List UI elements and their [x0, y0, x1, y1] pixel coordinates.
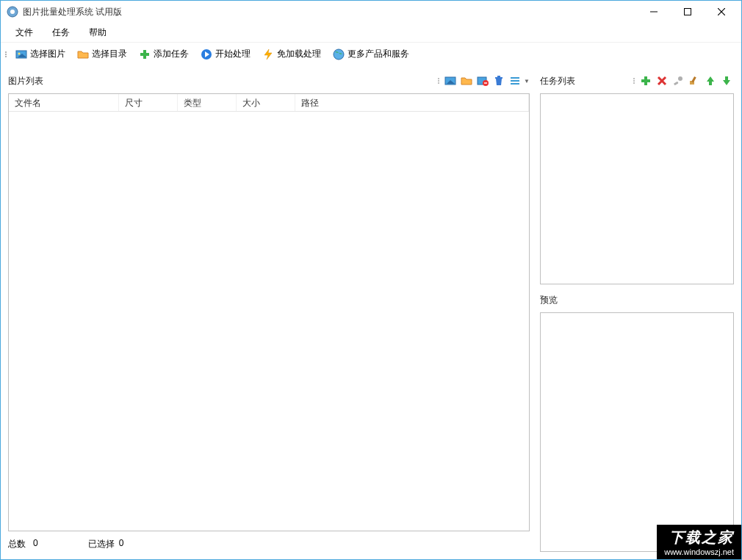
task-moveup-icon[interactable] — [703, 73, 718, 88]
task-list-header: 任务列表 — [540, 73, 734, 89]
lightning-icon — [262, 49, 274, 60]
plus-icon — [139, 49, 151, 60]
menu-help[interactable]: 帮助 — [80, 24, 115, 42]
selected-value: 0 — [119, 538, 124, 550]
svg-point-7 — [18, 52, 21, 54]
task-grip — [633, 74, 637, 87]
task-delete-icon[interactable] — [655, 73, 669, 88]
add-task-button[interactable]: 添加任务 — [133, 46, 195, 62]
add-folder-icon[interactable] — [459, 73, 474, 88]
close-button[interactable] — [705, 1, 738, 22]
svg-rect-23 — [511, 80, 519, 82]
remove-image-icon[interactable] — [475, 73, 490, 88]
status-total: 总数 0 — [8, 538, 38, 550]
list-columns-header: 文件名 尺寸 类型 大小 路径 — [9, 94, 529, 112]
globe-icon — [333, 49, 345, 60]
status-selected: 已选择 0 — [88, 538, 124, 550]
add-image-icon[interactable] — [443, 73, 458, 88]
menu-file[interactable]: 文件 — [7, 24, 42, 42]
play-icon — [201, 49, 212, 60]
svg-rect-29 — [674, 82, 679, 86]
select-image-label: 选择图片 — [30, 48, 65, 60]
noload-process-button[interactable]: 免加载处理 — [256, 46, 327, 62]
start-process-button[interactable]: 开始处理 — [195, 46, 256, 62]
task-list-box[interactable] — [540, 93, 734, 284]
svg-rect-32 — [691, 76, 696, 82]
total-label: 总数 — [8, 538, 29, 550]
task-settings-icon[interactable] — [671, 73, 685, 88]
image-list-pane: 图片列表 ▼ 文件名 尺寸 类型 大小 路径 — [4, 68, 534, 556]
more-products-button[interactable]: 更多产品和服务 — [327, 46, 415, 62]
list-body — [9, 112, 529, 531]
window-title: 图片批量处理系统 试用版 — [23, 6, 637, 18]
main-toolbar: 选择图片 选择目录 添加任务 开始处理 免加载处理 更多产品和服务 — [1, 42, 741, 65]
task-clear-icon[interactable] — [687, 73, 702, 88]
svg-point-30 — [678, 76, 682, 81]
column-path[interactable]: 路径 — [295, 94, 529, 111]
select-folder-label: 选择目录 — [92, 48, 127, 60]
select-all-icon[interactable] — [508, 73, 522, 88]
toolbar-grip — [4, 46, 8, 62]
preview-box — [540, 312, 734, 552]
app-icon — [7, 6, 18, 18]
image-list-toolbar: ▼ — [438, 73, 530, 88]
task-list-section: 任务列表 — [540, 73, 734, 284]
trash-icon[interactable] — [491, 73, 506, 88]
image-list-box[interactable]: 文件名 尺寸 类型 大小 路径 — [8, 93, 530, 531]
svg-rect-22 — [511, 77, 519, 79]
more-products-label: 更多产品和服务 — [347, 48, 409, 60]
maximize-button[interactable] — [671, 1, 705, 22]
task-movedown-icon[interactable] — [719, 73, 734, 88]
preview-section: 预览 — [540, 292, 734, 552]
select-image-button[interactable]: 选择图片 — [10, 46, 71, 62]
window-controls — [637, 1, 738, 22]
mini-grip — [438, 74, 442, 87]
add-task-label: 添加任务 — [154, 48, 189, 60]
image-icon — [15, 49, 27, 60]
start-process-label: 开始处理 — [215, 48, 251, 60]
task-list-toolbar — [633, 73, 734, 88]
select-folder-button[interactable]: 选择目录 — [71, 46, 133, 62]
noload-process-label: 免加载处理 — [277, 48, 321, 60]
svg-rect-3 — [685, 9, 691, 15]
column-size[interactable]: 大小 — [237, 94, 295, 111]
column-type[interactable]: 类型 — [178, 94, 237, 111]
svg-rect-24 — [511, 83, 519, 85]
column-dimensions[interactable]: 尺寸 — [119, 94, 178, 111]
image-list-title: 图片列表 — [8, 75, 43, 87]
watermark: 下载之家 www.windowszj.net — [657, 525, 741, 559]
preview-header: 预览 — [540, 292, 734, 308]
svg-rect-21 — [497, 76, 500, 77]
svg-marker-13 — [264, 49, 272, 60]
watermark-line1: 下载之家 — [664, 528, 734, 548]
status-bar: 总数 0 已选择 0 — [8, 536, 530, 552]
task-list-title: 任务列表 — [540, 75, 575, 87]
select-dropdown-icon[interactable]: ▼ — [524, 78, 530, 85]
svg-rect-20 — [495, 77, 503, 79]
total-value: 0 — [33, 538, 38, 550]
column-filename[interactable]: 文件名 — [9, 94, 119, 111]
right-pane: 任务列表 预览 — [540, 68, 738, 556]
task-add-icon[interactable] — [638, 73, 653, 88]
svg-rect-10 — [140, 53, 149, 56]
svg-point-1 — [10, 10, 15, 14]
app-window: 图片批量处理系统 试用版 文件 任务 帮助 选择图片 选择目录 添加任务 开始处… — [0, 0, 742, 560]
image-list-header: 图片列表 ▼ — [8, 73, 530, 89]
menu-bar: 文件 任务 帮助 — [1, 23, 741, 42]
title-bar: 图片批量处理系统 试用版 — [1, 1, 741, 23]
preview-title: 预览 — [540, 294, 558, 306]
menu-task[interactable]: 任务 — [43, 24, 79, 42]
watermark-line2: www.windowszj.net — [664, 548, 734, 556]
svg-rect-26 — [641, 79, 650, 82]
selected-label: 已选择 — [88, 538, 115, 550]
folder-icon — [77, 49, 89, 60]
minimize-button[interactable] — [637, 1, 671, 22]
svg-marker-33 — [707, 76, 714, 85]
content-area: 图片列表 ▼ 文件名 尺寸 类型 大小 路径 — [1, 65, 741, 559]
svg-point-14 — [334, 49, 344, 60]
svg-marker-34 — [723, 76, 730, 85]
